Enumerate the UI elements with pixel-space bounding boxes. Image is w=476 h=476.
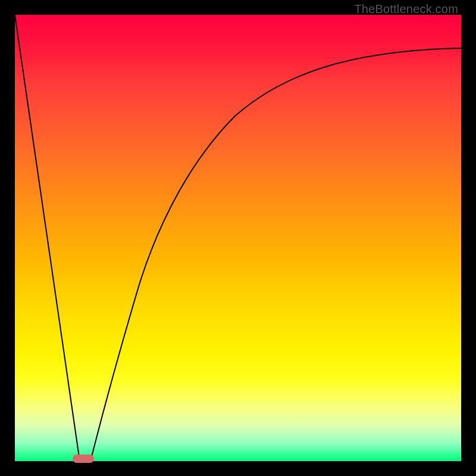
bottleneck-curve <box>15 15 461 461</box>
bottleneck-marker <box>73 455 94 463</box>
plot-area <box>15 15 461 461</box>
curve-right <box>90 48 461 461</box>
curve-left <box>15 15 80 461</box>
chart-frame: TheBottleneck.com <box>0 0 476 476</box>
watermark-text: TheBottleneck.com <box>354 2 458 16</box>
